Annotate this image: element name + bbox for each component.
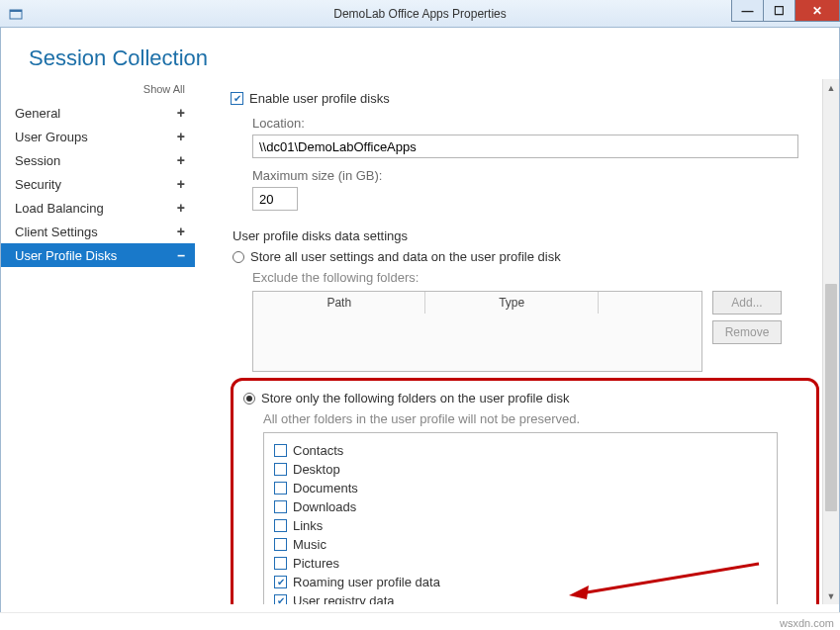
exclude-folders-body (253, 314, 701, 371)
chk-links[interactable] (274, 519, 287, 532)
page-title: Session Collection (1, 28, 839, 79)
sidebar-item-user-groups[interactable]: User Groups+ (1, 125, 195, 148)
window-title: DemoLab Office Apps Properties (0, 7, 840, 21)
chk-documents[interactable] (274, 482, 287, 495)
show-all-link[interactable]: Show All (1, 83, 195, 101)
sidebar: Show All General+ User Groups+ Session+ … (1, 79, 195, 604)
workspace: Session Collection Show All General+ Use… (0, 28, 840, 612)
location-label: Location: (252, 116, 819, 131)
lbl-pictures: Pictures (293, 556, 339, 571)
exclude-folders-label: Exclude the following folders: (252, 270, 819, 285)
chk-contacts[interactable] (274, 444, 287, 457)
expand-icon: + (177, 152, 185, 168)
scroll-down-icon[interactable]: ▼ (823, 587, 839, 604)
remove-button[interactable]: Remove (712, 320, 782, 344)
sidebar-item-session[interactable]: Session+ (1, 148, 195, 172)
sidebar-item-label: User Groups (15, 130, 88, 144)
sidebar-item-label: Client Settings (15, 225, 98, 239)
sidebar-item-client-settings[interactable]: Client Settings+ (1, 220, 195, 243)
location-input[interactable] (252, 135, 798, 158)
chk-downloads[interactable] (274, 500, 287, 513)
radio-store-only[interactable] (243, 393, 255, 405)
col-empty (599, 292, 701, 314)
lbl-roaming: Roaming user profile data (293, 575, 440, 589)
maxsize-label: Maximum size (in GB): (252, 168, 819, 183)
enable-upd-label: Enable user profile disks (249, 91, 390, 106)
vertical-scrollbar[interactable]: ▲ ▼ (822, 79, 839, 604)
maxsize-input[interactable] (252, 187, 298, 211)
scroll-thumb[interactable] (825, 284, 837, 511)
store-only-note: All other folders in the user profile wi… (263, 411, 806, 426)
radio-store-all[interactable] (233, 251, 244, 263)
expand-icon: + (177, 224, 185, 239)
sidebar-item-label: User Profile Disks (15, 248, 117, 263)
window-controls: — ☐ ✕ (731, 0, 840, 22)
close-button[interactable]: ✕ (794, 0, 840, 22)
svg-rect-1 (10, 10, 22, 12)
minimize-button[interactable]: — (731, 0, 763, 22)
folder-list: Contacts Desktop Documents Downloads Lin… (263, 432, 778, 604)
expand-icon: + (177, 129, 185, 144)
chk-roaming[interactable]: ✔ (274, 576, 287, 588)
lbl-desktop: Desktop (293, 462, 340, 477)
watermark: wsxdn.com (780, 617, 834, 629)
sidebar-item-load-balancing[interactable]: Load Balancing+ (1, 196, 195, 220)
enable-upd-checkbox[interactable]: ✔ (231, 92, 243, 105)
scroll-up-icon[interactable]: ▲ (823, 79, 839, 96)
expand-icon: + (177, 105, 185, 121)
sidebar-item-label: Session (15, 153, 60, 168)
sidebar-item-security[interactable]: Security+ (1, 172, 195, 196)
radio-store-only-label: Store only the following folders on the … (261, 391, 569, 405)
add-button[interactable]: Add... (712, 291, 782, 315)
chk-music[interactable] (274, 538, 287, 551)
col-path[interactable]: Path (253, 292, 425, 314)
chk-registry[interactable]: ✔ (274, 594, 287, 604)
radio-store-all-label: Store all user settings and data on the … (250, 249, 561, 264)
expand-icon: + (177, 200, 185, 216)
lbl-downloads: Downloads (293, 499, 356, 514)
scroll-track[interactable] (823, 96, 839, 587)
content-pane: ✔ Enable user profile disks Location: Ma… (195, 79, 839, 604)
sidebar-item-user-profile-disks[interactable]: User Profile Disks– (1, 243, 195, 267)
col-type[interactable]: Type (425, 292, 598, 314)
sidebar-item-general[interactable]: General+ (1, 101, 195, 125)
window-titlebar: DemoLab Office Apps Properties — ☐ ✕ (0, 0, 840, 28)
lbl-contacts: Contacts (293, 443, 343, 458)
chk-desktop[interactable] (274, 463, 287, 476)
sidebar-item-label: Load Balancing (15, 201, 104, 216)
maximize-button[interactable]: ☐ (763, 0, 794, 22)
expand-icon: + (177, 176, 185, 192)
lbl-links: Links (293, 518, 323, 533)
chk-pictures[interactable] (274, 557, 287, 570)
bottom-bar (0, 612, 840, 630)
sidebar-item-label: Security (15, 177, 61, 192)
highlighted-section: Store only the following folders on the … (231, 378, 819, 604)
lbl-documents: Documents (293, 481, 358, 495)
collapse-icon: – (177, 247, 185, 263)
app-icon (6, 4, 26, 24)
exclude-folders-table: Path Type (252, 291, 702, 372)
sidebar-item-label: General (15, 106, 60, 121)
lbl-registry: User registry data (293, 593, 395, 604)
upd-settings-header: User profile disks data settings (233, 228, 819, 243)
lbl-music: Music (293, 537, 327, 552)
